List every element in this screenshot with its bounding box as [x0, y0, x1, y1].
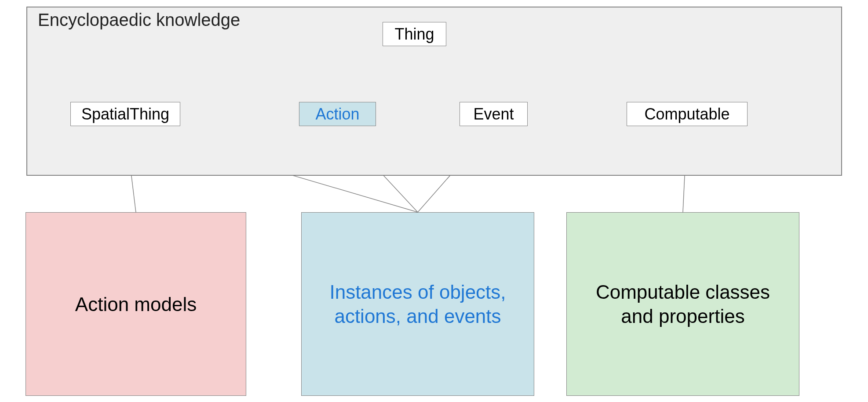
node-thing: Thing [383, 22, 446, 46]
node-spatial-thing: SpatialThing [70, 102, 180, 126]
diagram-canvas: Encyclopaedic knowledge Thing SpatialThi… [0, 0, 868, 402]
computable-label: Computable classes and properties [581, 280, 785, 328]
action-models-label: Action models [75, 292, 197, 316]
action-models-box: Action models [26, 212, 246, 396]
instances-box: Instances of objects, actions, and event… [301, 212, 534, 396]
node-computable: Computable [627, 102, 748, 126]
panel-title: Encyclopaedic knowledge [38, 10, 240, 30]
instances-label: Instances of objects, actions, and event… [316, 280, 520, 328]
computable-box: Computable classes and properties [566, 212, 799, 396]
node-event: Event [460, 102, 528, 126]
node-action: Action [299, 102, 376, 126]
